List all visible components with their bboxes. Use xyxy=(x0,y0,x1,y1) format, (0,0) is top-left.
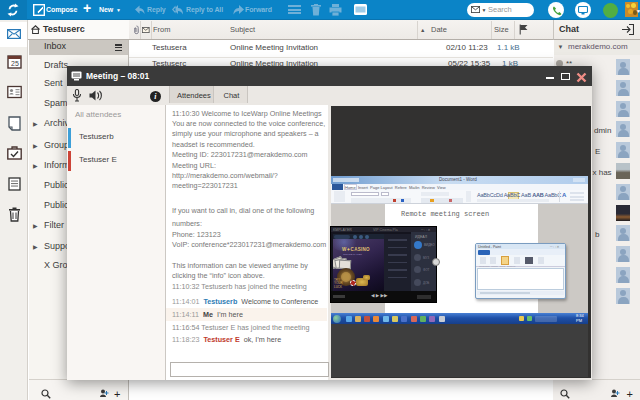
svg-text:25: 25 xyxy=(11,60,19,67)
